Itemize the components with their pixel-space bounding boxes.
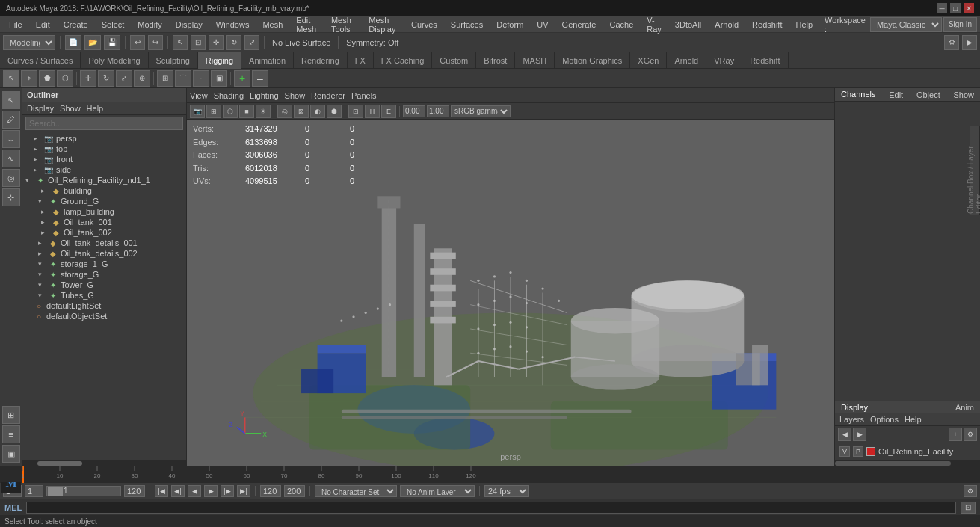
playback-goto-end[interactable]: ▶| xyxy=(237,485,250,497)
menu-modify[interactable]: Modify xyxy=(132,19,167,31)
paint-lt-btn[interactable]: 🖊 xyxy=(2,111,20,129)
vp-camera-btn[interactable]: 📷 xyxy=(190,105,205,118)
menu-windows[interactable]: Windows xyxy=(210,19,256,31)
tree-item-tank001[interactable]: ▸ ◆ Oil_tank_001 xyxy=(22,217,186,227)
vp-aa-btn[interactable]: ⬢ xyxy=(327,105,342,118)
om-help[interactable]: Help xyxy=(87,104,104,113)
scale-btn[interactable]: ⤢ xyxy=(244,35,259,50)
mode-dropdown[interactable]: Modeling xyxy=(3,35,55,50)
rp-tab-show[interactable]: Show xyxy=(950,90,977,99)
layers-lt-btn[interactable]: ≡ xyxy=(2,425,20,443)
vp-gamma-select[interactable]: sRGB gamma xyxy=(451,105,511,117)
tab-redshift[interactable]: Redshift xyxy=(742,52,788,69)
tree-item-lamp[interactable]: ▸ ◆ lamp_building xyxy=(22,206,186,217)
tab-poly-modeling[interactable]: Poly Modeling xyxy=(81,52,148,69)
outliner-search-input[interactable] xyxy=(25,117,183,130)
menu-select[interactable]: Select xyxy=(96,19,131,31)
tab-fx-caching[interactable]: FX Caching xyxy=(374,52,432,69)
rp-scroll-thumb[interactable] xyxy=(835,461,951,466)
select-tool[interactable]: ↖ xyxy=(3,70,19,87)
menu-curves[interactable]: Curves xyxy=(405,19,443,31)
measure-lt-btn[interactable]: ⊹ xyxy=(2,188,20,206)
rp-tab-channels[interactable]: Channels xyxy=(838,90,878,99)
character-set-dropdown[interactable]: No Character Set xyxy=(315,485,397,497)
vp-scene[interactable]: Verts: 3147329 0 0 Edges: 6133698 0 0 Fa… xyxy=(187,120,834,466)
playback-goto-start[interactable]: |◀ xyxy=(155,485,168,497)
tab-rendering[interactable]: Rendering xyxy=(294,52,348,69)
tab-arnold[interactable]: Arnold xyxy=(667,52,706,69)
snap-surface-tool[interactable]: ▣ xyxy=(211,70,227,87)
vp-hud-btn[interactable]: H xyxy=(365,105,380,118)
playback-play-back[interactable]: ◀ xyxy=(188,485,201,497)
rp-add-layer-btn[interactable]: + xyxy=(949,428,962,441)
om-show[interactable]: Show xyxy=(60,104,81,113)
tree-item-building[interactable]: ▸ ◆ building xyxy=(22,185,186,196)
snap-curve-tool[interactable]: ⌒ xyxy=(175,70,191,87)
menu-edit-mesh[interactable]: Edit Mesh xyxy=(290,14,324,35)
outliner-hscroll[interactable] xyxy=(22,460,186,466)
tab-fx[interactable]: FX xyxy=(348,52,374,69)
tab-custom[interactable]: Custom xyxy=(432,52,476,69)
tree-item-tank-det001[interactable]: ▸ ◆ Oil_tank_details_001 xyxy=(22,238,186,248)
redo-btn[interactable]: ↪ xyxy=(148,35,163,50)
snap-point-tool[interactable]: · xyxy=(193,70,209,87)
bb-settings-btn[interactable]: ⚙ xyxy=(964,485,977,497)
vp-res-btn[interactable]: ⊡ xyxy=(348,105,363,118)
menu-deform[interactable]: Deform xyxy=(490,19,529,31)
vp-wire-btn[interactable]: ⬡ xyxy=(223,105,238,118)
tree-item-defobjset[interactable]: ○ defaultObjectSet xyxy=(22,311,186,321)
mel-input[interactable] xyxy=(26,502,956,514)
paint-select-tool[interactable]: ⬟ xyxy=(39,70,55,87)
move-tool[interactable]: ✛ xyxy=(80,70,96,87)
universal-tool[interactable]: ⊕ xyxy=(134,70,150,87)
mel-expand-btn[interactable]: ⊡ xyxy=(961,502,976,514)
rp-tab-edit[interactable]: Edit xyxy=(886,90,906,99)
vp-menu-panels[interactable]: Panels xyxy=(351,91,377,100)
new-scene-btn[interactable]: 📄 xyxy=(65,35,81,50)
close-button[interactable]: ✕ xyxy=(964,3,974,13)
menu-redshift[interactable]: Redshift xyxy=(746,19,788,31)
select-mode-btn[interactable]: ↖ xyxy=(173,35,188,50)
vp-shade-btn[interactable]: ■ xyxy=(239,105,254,118)
tree-item-storageg[interactable]: ▾ ✦ storage_G xyxy=(22,269,186,280)
minus-tool[interactable]: – xyxy=(252,70,268,87)
menu-mesh[interactable]: Mesh xyxy=(256,19,289,31)
vp-menu-renderer[interactable]: Renderer xyxy=(311,91,345,100)
select-lt-btn[interactable]: ↖ xyxy=(2,91,20,109)
tab-curves-surfaces[interactable]: Curves / Surfaces xyxy=(0,52,81,69)
tree-item-ground[interactable]: ▾ ✦ Ground_G xyxy=(22,196,186,206)
tab-mash[interactable]: MASH xyxy=(515,52,555,69)
menu-generate[interactable]: Generate xyxy=(556,19,603,31)
playback-play-fwd[interactable]: ▶ xyxy=(204,485,218,497)
lasso-tool[interactable]: ⌖ xyxy=(21,70,37,87)
vp-light-btn[interactable]: ☀ xyxy=(256,105,271,118)
render-settings-btn[interactable]: ⚙ xyxy=(944,35,959,50)
rotate-tool[interactable]: ↻ xyxy=(98,70,114,87)
rp-hscroll[interactable] xyxy=(835,460,980,466)
rp-layers-btn[interactable]: Layers xyxy=(839,415,864,424)
menu-vray[interactable]: V-Ray xyxy=(641,14,668,35)
rotate-btn[interactable]: ↻ xyxy=(226,35,241,50)
frame-end-input[interactable] xyxy=(124,485,145,497)
vp-ao-btn[interactable]: ◐ xyxy=(310,105,325,118)
tree-item-front[interactable]: ▸ 📷 front xyxy=(22,154,186,164)
vp-menu-view[interactable]: View xyxy=(190,91,208,100)
frame-slider[interactable]: 1 xyxy=(46,486,121,496)
save-scene-btn[interactable]: 💾 xyxy=(104,35,120,50)
frame-total-input[interactable] xyxy=(284,485,305,497)
undo-btn[interactable]: ↩ xyxy=(130,35,145,50)
layer-visibility-btn[interactable]: V xyxy=(839,446,850,457)
scale-tool[interactable]: ⤢ xyxy=(116,70,132,87)
tab-rigging[interactable]: Rigging xyxy=(198,52,241,69)
vp-grid-btn[interactable]: ⊞ xyxy=(206,105,221,118)
menu-arnold[interactable]: Arnold xyxy=(709,19,745,31)
menu-3dto[interactable]: 3DtoAll xyxy=(669,19,707,31)
workspace-dropdown[interactable]: Maya Classic xyxy=(870,17,942,32)
open-scene-btn[interactable]: 📂 xyxy=(84,35,101,50)
menu-edit[interactable]: Edit xyxy=(30,19,56,31)
vp-xray-btn[interactable]: ⊠ xyxy=(294,105,309,118)
rp-tab-object[interactable]: Object xyxy=(913,90,943,99)
render-btn[interactable]: ▶ xyxy=(962,35,977,50)
vp-gamma-in2[interactable] xyxy=(427,105,449,117)
playback-step-fwd[interactable]: |▶ xyxy=(221,485,234,497)
